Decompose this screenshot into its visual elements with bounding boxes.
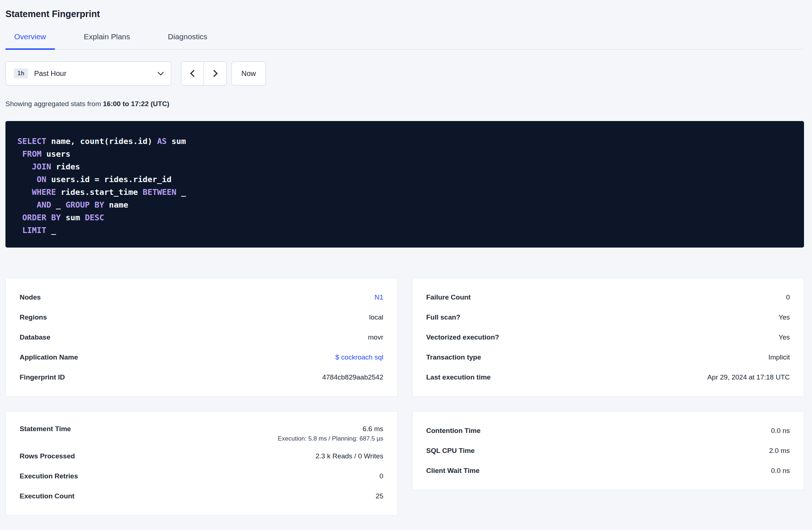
application-name-link[interactable]: $ cockroach sql bbox=[335, 353, 383, 361]
tab-overview[interactable]: Overview bbox=[5, 32, 55, 50]
row-value: 6.6 ms bbox=[362, 425, 383, 433]
card-row-database: Database movr bbox=[20, 327, 383, 347]
row-label: Nodes bbox=[20, 293, 41, 301]
card-row-contention-time: Contention Time 0.0 ns bbox=[426, 421, 790, 441]
sql-line: WHERE rides.start_time BETWEEN _ bbox=[17, 186, 792, 198]
sql-statement-box: SELECT name, count(rides.id) AS sum FROM… bbox=[5, 121, 804, 248]
card-row-full-scan: Full scan? Yes bbox=[426, 307, 790, 327]
page-title: Statement Fingerprint bbox=[5, 9, 804, 19]
row-label: Vectorized execution? bbox=[426, 333, 499, 341]
time-range-label: Past Hour bbox=[34, 69, 67, 78]
card-row-execution-count: Execution Count 25 bbox=[20, 486, 383, 506]
card-row-failure-count: Failure Count 0 bbox=[426, 287, 790, 307]
row-label: Failure Count bbox=[426, 293, 471, 301]
row-value: 25 bbox=[375, 492, 383, 500]
row-value: 2.3 k Reads / 0 Writes bbox=[315, 452, 383, 460]
tab-bar: Overview Explain Plans Diagnostics bbox=[5, 32, 804, 49]
row-value: 0 bbox=[786, 293, 790, 301]
statement-fingerprint-page: Statement Fingerprint Overview Explain P… bbox=[0, 0, 812, 530]
row-value: 0 bbox=[379, 472, 383, 480]
now-button[interactable]: Now bbox=[232, 61, 266, 85]
sql-line: ORDER BY sum DESC bbox=[17, 211, 792, 224]
time-range-dropdown[interactable]: 1h Past Hour bbox=[5, 61, 171, 85]
summary-card-right: Failure Count 0 Full scan? Yes Vectorize… bbox=[412, 278, 804, 397]
stats-line-range: 16:00 to 17:22 (UTC) bbox=[103, 100, 169, 108]
row-label: Regions bbox=[20, 313, 47, 321]
time-controls: 1h Past Hour Now bbox=[5, 61, 804, 85]
sql-line: LIMIT _ bbox=[17, 224, 792, 237]
stats-line-prefix: Showing aggregated stats from bbox=[5, 100, 103, 108]
time-step-buttons bbox=[181, 61, 226, 85]
tab-explain-plans[interactable]: Explain Plans bbox=[75, 32, 139, 50]
card-row-fingerprint-id: Fingerprint ID 4784cb829aab2542 bbox=[20, 367, 383, 387]
row-subvalue: Execution: 5.8 ms / Planning: 687.5 µs bbox=[278, 435, 383, 442]
row-value: Yes bbox=[779, 333, 790, 341]
statement-time-value-stack: 6.6 ms Execution: 5.8 ms / Planning: 687… bbox=[278, 425, 383, 442]
time-range-badge: 1h bbox=[14, 68, 28, 79]
card-row-nodes: Nodes N1 bbox=[20, 287, 383, 307]
aggregated-stats-line: Showing aggregated stats from 16:00 to 1… bbox=[5, 100, 804, 108]
sql-line: JOIN rides bbox=[17, 160, 792, 173]
timing-card-left: Statement Time 6.6 ms Execution: 5.8 ms … bbox=[5, 411, 398, 515]
sql-line: ON users.id = rides.rider_id bbox=[17, 173, 792, 186]
timing-cards-row: Statement Time 6.6 ms Execution: 5.8 ms … bbox=[5, 411, 804, 515]
row-value: Yes bbox=[779, 313, 790, 321]
chevron-left-icon bbox=[190, 70, 197, 77]
row-label: Execution Count bbox=[20, 492, 75, 500]
row-value: 0.0 ns bbox=[771, 467, 790, 475]
row-label: Contention Time bbox=[426, 427, 481, 435]
timing-card-right: Contention Time 0.0 ns SQL CPU Time 2.0 … bbox=[412, 411, 804, 490]
card-row-client-wait-time: Client Wait Time 0.0 ns bbox=[426, 461, 790, 481]
summary-card-left: Nodes N1 Regions local Database movr App… bbox=[5, 278, 398, 397]
row-label: SQL CPU Time bbox=[426, 447, 475, 455]
row-label: Fingerprint ID bbox=[20, 373, 65, 381]
card-row-statement-time: Statement Time 6.6 ms Execution: 5.8 ms … bbox=[20, 421, 383, 446]
chevron-right-icon bbox=[210, 70, 218, 77]
card-row-execution-retries: Execution Retries 0 bbox=[20, 466, 383, 486]
row-label: Client Wait Time bbox=[426, 467, 480, 475]
row-label: Application Name bbox=[20, 353, 78, 361]
chevron-down-icon bbox=[158, 69, 164, 76]
sql-line: AND _ GROUP BY name bbox=[17, 198, 792, 211]
row-value: Apr 29, 2024 at 17:18 UTC bbox=[707, 373, 790, 381]
row-label: Execution Retries bbox=[20, 472, 78, 480]
card-row-last-execution-time: Last execution time Apr 29, 2024 at 17:1… bbox=[426, 367, 790, 387]
row-label: Rows Processed bbox=[20, 452, 75, 460]
row-value: 4784cb829aab2542 bbox=[322, 373, 383, 381]
card-row-transaction-type: Transaction type Implicit bbox=[426, 347, 790, 367]
row-label: Database bbox=[20, 333, 51, 341]
sql-line: SELECT name, count(rides.id) AS sum bbox=[17, 135, 792, 148]
nodes-value-link[interactable]: N1 bbox=[374, 293, 383, 301]
row-value: local bbox=[369, 313, 383, 321]
row-label: Statement Time bbox=[20, 425, 71, 433]
card-row-regions: Regions local bbox=[20, 307, 383, 327]
row-value: Implicit bbox=[768, 353, 790, 361]
summary-cards-row: Nodes N1 Regions local Database movr App… bbox=[5, 278, 804, 397]
tab-diagnostics[interactable]: Diagnostics bbox=[159, 32, 216, 50]
row-value: 0.0 ns bbox=[771, 427, 790, 435]
previous-time-button[interactable] bbox=[181, 61, 204, 85]
card-row-rows-processed: Rows Processed 2.3 k Reads / 0 Writes bbox=[20, 446, 383, 466]
row-value: movr bbox=[368, 333, 383, 341]
card-row-sql-cpu-time: SQL CPU Time 2.0 ms bbox=[426, 441, 790, 461]
row-label: Full scan? bbox=[426, 313, 461, 321]
card-row-vectorized-execution: Vectorized execution? Yes bbox=[426, 327, 790, 347]
row-value: 2.0 ms bbox=[769, 447, 790, 455]
row-label: Transaction type bbox=[426, 353, 481, 361]
next-time-button[interactable] bbox=[204, 61, 226, 85]
sql-line: FROM users bbox=[17, 148, 792, 160]
row-label: Last execution time bbox=[426, 373, 491, 381]
card-row-application-name: Application Name $ cockroach sql bbox=[20, 347, 383, 367]
